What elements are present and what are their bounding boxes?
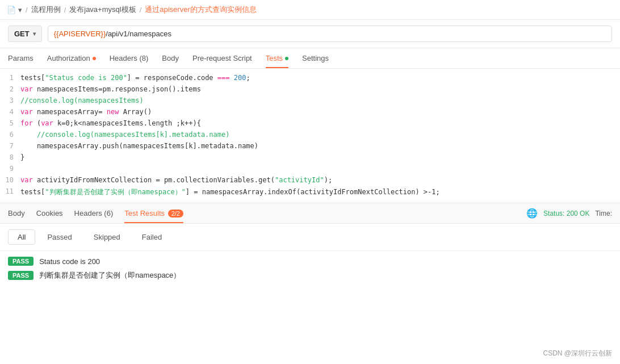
- time-label: Time:: [595, 210, 612, 217]
- code-line-1: 1 tests["Status code is 200"] = response…: [0, 73, 620, 85]
- test-result-item-1: PASS Status code is 200: [8, 257, 612, 266]
- filter-tabs: All Passed Skipped Failed: [0, 224, 620, 251]
- code-line-11: 11 tests["判断集群是否创建了实例（即namespace）"] = na…: [0, 187, 620, 198]
- code-editor[interactable]: 1 tests["Status code is 200"] = response…: [0, 69, 620, 203]
- breadcrumb-separator: /: [64, 6, 66, 14]
- code-line-9: 9: [0, 164, 620, 175]
- url-input[interactable]: {{APISERVER}}/api/v1/namespaces: [48, 26, 612, 42]
- response-tabs: Body Cookies Headers (6) Test Results 2/…: [0, 203, 620, 224]
- code-line-7: 7 namespacesArray.push(namespacesItems[k…: [0, 141, 620, 153]
- breadcrumb-item-3: 通过apiserver的方式查询实例信息: [145, 5, 256, 15]
- tab-tests[interactable]: Tests: [266, 48, 288, 68]
- tab-authorization[interactable]: Authorization: [47, 48, 96, 68]
- resp-tab-test-results[interactable]: Test Results 2/2: [124, 203, 183, 223]
- resp-tab-cookies[interactable]: Cookies: [36, 203, 63, 223]
- tab-headers[interactable]: Headers (8): [110, 48, 149, 68]
- resp-tab-body[interactable]: Body: [8, 203, 25, 223]
- code-line-4: 4 var namespacesArray= new Array(): [0, 107, 620, 119]
- filter-tab-all[interactable]: All: [8, 229, 35, 245]
- code-line-10: 10 var activityIdFromNextCollection = pm…: [0, 175, 620, 187]
- globe-icon: 🌐: [526, 208, 538, 219]
- status-bar: 🌐 Status: 200 OK Time:: [526, 208, 612, 219]
- method-label: GET: [14, 30, 30, 38]
- breadcrumb-separator: /: [26, 6, 28, 14]
- url-template-var: {{APISERVER}}: [54, 30, 106, 38]
- breadcrumb-item-2[interactable]: 发布java+mysql模板: [69, 5, 136, 15]
- url-bar: GET ▾ {{APISERVER}}/api/v1/namespaces: [0, 20, 620, 48]
- tab-settings[interactable]: Settings: [302, 48, 329, 68]
- request-tabs: Params Authorization Headers (8) Body Pr…: [0, 48, 620, 69]
- tab-pre-request-script[interactable]: Pre-request Script: [192, 48, 252, 68]
- resp-tab-headers[interactable]: Headers (6): [74, 203, 114, 223]
- url-path: /api/v1/namespaces: [106, 30, 171, 38]
- filter-tab-skipped[interactable]: Skipped: [84, 229, 130, 245]
- tests-dot: [285, 57, 288, 60]
- test-label-2: 判断集群是否创建了实例（即namespace）: [39, 270, 181, 281]
- test-results-list: PASS Status code is 200 PASS 判断集群是否创建了实例…: [0, 251, 620, 291]
- code-line-3: 3 //console.log(namespacesItems): [0, 96, 620, 107]
- test-label-1: Status code is 200: [39, 257, 100, 266]
- breadcrumb-item-1[interactable]: 流程用例: [31, 5, 61, 15]
- breadcrumb-separator: /: [140, 6, 142, 14]
- status-text: Status: 200 OK: [543, 210, 589, 217]
- test-result-item-2: PASS 判断集群是否创建了实例（即namespace）: [8, 270, 612, 281]
- code-line-2: 2 var namespacesItems=pm.response.json()…: [0, 85, 620, 96]
- method-selector[interactable]: GET ▾: [8, 26, 42, 42]
- code-line-8: 8 }: [0, 153, 620, 164]
- file-icon: 📄: [7, 6, 16, 14]
- method-chevron-icon: ▾: [33, 31, 36, 37]
- code-line-5: 5 for (var k=0;k<namespacesItems.length …: [0, 119, 620, 130]
- breadcrumb: 📄 ▾ / 流程用例 / 发布java+mysql模板 / 通过apiserve…: [0, 0, 620, 20]
- filter-tab-passed[interactable]: Passed: [37, 229, 81, 245]
- test-results-badge: 2/2: [168, 210, 183, 217]
- breadcrumb-arrow[interactable]: ▾: [18, 6, 22, 14]
- pass-badge-1: PASS: [8, 257, 33, 266]
- authorization-dot: [93, 57, 96, 60]
- tab-params[interactable]: Params: [8, 48, 33, 68]
- filter-tab-failed[interactable]: Failed: [132, 229, 171, 245]
- code-line-6: 6 //console.log(namespacesItems[k].metad…: [0, 130, 620, 141]
- tab-body[interactable]: Body: [162, 48, 179, 68]
- pass-badge-2: PASS: [8, 271, 33, 280]
